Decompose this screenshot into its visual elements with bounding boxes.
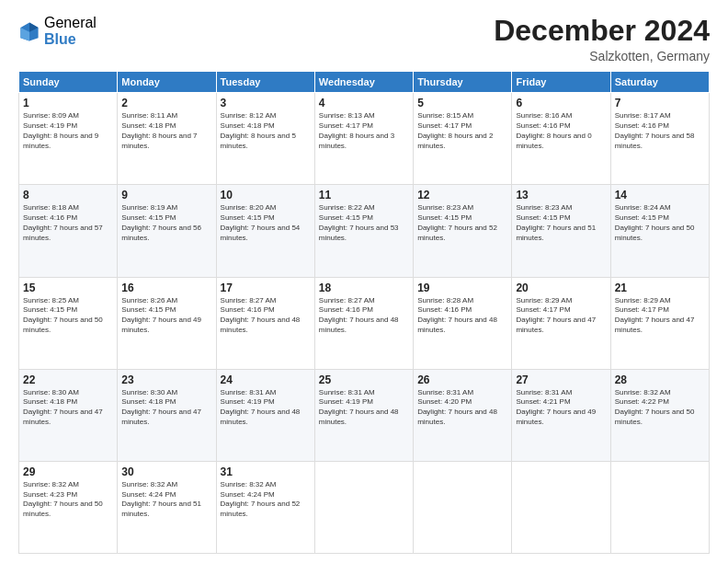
- day-number: 11: [319, 189, 409, 201]
- day-info: Sunrise: 8:09 AMSunset: 4:19 PMDaylight:…: [23, 111, 113, 151]
- day-number: 31: [221, 465, 311, 478]
- day-info: Sunrise: 8:23 AMSunset: 4:15 PMDaylight:…: [417, 203, 507, 243]
- day-number: 4: [319, 97, 409, 109]
- day-cell: 30Sunrise: 8:32 AMSunset: 4:24 PMDayligh…: [118, 461, 216, 553]
- day-cell: 19Sunrise: 8:28 AMSunset: 4:16 PMDayligh…: [414, 277, 512, 369]
- day-cell: 4Sunrise: 8:13 AMSunset: 4:17 PMDaylight…: [314, 93, 413, 185]
- day-number: 26: [417, 373, 507, 386]
- day-number: 21: [615, 282, 705, 294]
- day-number: 6: [516, 97, 606, 109]
- day-cell: 31Sunrise: 8:32 AMSunset: 4:24 PMDayligh…: [216, 461, 314, 553]
- day-number: 14: [615, 189, 705, 201]
- day-cell: 26Sunrise: 8:31 AMSunset: 4:20 PMDayligh…: [414, 369, 512, 461]
- day-info: Sunrise: 8:31 AMSunset: 4:19 PMDaylight:…: [319, 388, 409, 428]
- day-info: Sunrise: 8:17 AMSunset: 4:16 PMDaylight:…: [615, 111, 705, 151]
- day-number: 5: [417, 97, 507, 109]
- day-number: 23: [121, 373, 211, 386]
- day-info: Sunrise: 8:20 AMSunset: 4:15 PMDaylight:…: [221, 203, 311, 243]
- day-number: 19: [417, 282, 507, 294]
- day-info: Sunrise: 8:29 AMSunset: 4:17 PMDaylight:…: [516, 296, 606, 336]
- day-cell: 16Sunrise: 8:26 AMSunset: 4:15 PMDayligh…: [118, 277, 216, 369]
- day-info: Sunrise: 8:24 AMSunset: 4:15 PMDaylight:…: [615, 203, 705, 243]
- day-cell: 25Sunrise: 8:31 AMSunset: 4:19 PMDayligh…: [314, 369, 413, 461]
- page: General Blue December 2024 Salzkotten, G…: [0, 0, 728, 563]
- day-number: 7: [615, 97, 705, 109]
- weekday-header-wednesday: Wednesday: [314, 72, 413, 93]
- day-number: 12: [417, 189, 507, 201]
- day-info: Sunrise: 8:26 AMSunset: 4:15 PMDaylight:…: [121, 296, 211, 336]
- day-cell: [414, 461, 512, 553]
- day-info: Sunrise: 8:13 AMSunset: 4:17 PMDaylight:…: [319, 111, 409, 151]
- title-block: December 2024 Salzkotten, Germany: [494, 15, 710, 63]
- day-cell: 22Sunrise: 8:30 AMSunset: 4:18 PMDayligh…: [19, 369, 118, 461]
- week-row-3: 15Sunrise: 8:25 AMSunset: 4:15 PMDayligh…: [19, 277, 710, 369]
- day-info: Sunrise: 8:32 AMSunset: 4:23 PMDaylight:…: [23, 480, 113, 520]
- day-cell: 6Sunrise: 8:16 AMSunset: 4:16 PMDaylight…: [512, 93, 610, 185]
- day-info: Sunrise: 8:15 AMSunset: 4:17 PMDaylight:…: [417, 111, 507, 151]
- day-cell: 15Sunrise: 8:25 AMSunset: 4:15 PMDayligh…: [19, 277, 118, 369]
- day-cell: 9Sunrise: 8:19 AMSunset: 4:15 PMDaylight…: [118, 185, 216, 277]
- day-info: Sunrise: 8:22 AMSunset: 4:15 PMDaylight:…: [319, 203, 409, 243]
- day-cell: 8Sunrise: 8:18 AMSunset: 4:16 PMDaylight…: [19, 185, 118, 277]
- day-info: Sunrise: 8:29 AMSunset: 4:17 PMDaylight:…: [615, 296, 705, 336]
- day-number: 1: [23, 97, 113, 109]
- day-cell: 12Sunrise: 8:23 AMSunset: 4:15 PMDayligh…: [414, 185, 512, 277]
- day-number: 24: [221, 373, 311, 386]
- week-row-5: 29Sunrise: 8:32 AMSunset: 4:23 PMDayligh…: [19, 461, 710, 553]
- day-number: 22: [23, 373, 113, 386]
- month-title: December 2024: [494, 15, 710, 47]
- day-info: Sunrise: 8:27 AMSunset: 4:16 PMDaylight:…: [319, 296, 409, 336]
- day-number: 16: [121, 282, 211, 294]
- logo-blue: Blue: [44, 31, 97, 48]
- day-cell: 28Sunrise: 8:32 AMSunset: 4:22 PMDayligh…: [610, 369, 709, 461]
- calendar-table: SundayMondayTuesdayWednesdayThursdayFrid…: [18, 71, 710, 554]
- day-cell: [314, 461, 413, 553]
- day-number: 17: [221, 282, 311, 294]
- day-number: 28: [615, 373, 705, 386]
- day-info: Sunrise: 8:12 AMSunset: 4:18 PMDaylight:…: [221, 111, 311, 151]
- day-cell: 17Sunrise: 8:27 AMSunset: 4:16 PMDayligh…: [216, 277, 314, 369]
- day-info: Sunrise: 8:30 AMSunset: 4:18 PMDaylight:…: [121, 388, 211, 428]
- day-cell: 27Sunrise: 8:31 AMSunset: 4:21 PMDayligh…: [512, 369, 610, 461]
- weekday-header-monday: Monday: [118, 72, 216, 93]
- day-number: 27: [516, 373, 606, 386]
- day-info: Sunrise: 8:32 AMSunset: 4:24 PMDaylight:…: [221, 480, 311, 520]
- week-row-2: 8Sunrise: 8:18 AMSunset: 4:16 PMDaylight…: [19, 185, 710, 277]
- logo-text: General Blue: [44, 15, 97, 47]
- day-info: Sunrise: 8:25 AMSunset: 4:15 PMDaylight:…: [23, 296, 113, 336]
- day-number: 9: [121, 189, 211, 201]
- day-cell: 21Sunrise: 8:29 AMSunset: 4:17 PMDayligh…: [610, 277, 709, 369]
- day-number: 18: [319, 282, 409, 294]
- day-info: Sunrise: 8:23 AMSunset: 4:15 PMDaylight:…: [516, 203, 606, 243]
- day-number: 2: [121, 97, 211, 109]
- day-info: Sunrise: 8:30 AMSunset: 4:18 PMDaylight:…: [23, 388, 113, 428]
- day-info: Sunrise: 8:28 AMSunset: 4:16 PMDaylight:…: [417, 296, 507, 336]
- weekday-header-sunday: Sunday: [19, 72, 118, 93]
- day-number: 10: [221, 189, 311, 201]
- day-cell: 10Sunrise: 8:20 AMSunset: 4:15 PMDayligh…: [216, 185, 314, 277]
- day-cell: 11Sunrise: 8:22 AMSunset: 4:15 PMDayligh…: [314, 185, 413, 277]
- week-row-1: 1Sunrise: 8:09 AMSunset: 4:19 PMDaylight…: [19, 93, 710, 185]
- day-cell: 5Sunrise: 8:15 AMSunset: 4:17 PMDaylight…: [414, 93, 512, 185]
- weekday-header-thursday: Thursday: [414, 72, 512, 93]
- logo-general: General: [44, 15, 97, 31]
- day-number: 13: [516, 189, 606, 201]
- week-row-4: 22Sunrise: 8:30 AMSunset: 4:18 PMDayligh…: [19, 369, 710, 461]
- weekday-header-tuesday: Tuesday: [216, 72, 314, 93]
- day-cell: 2Sunrise: 8:11 AMSunset: 4:18 PMDaylight…: [118, 93, 216, 185]
- day-cell: 20Sunrise: 8:29 AMSunset: 4:17 PMDayligh…: [512, 277, 610, 369]
- day-info: Sunrise: 8:32 AMSunset: 4:22 PMDaylight:…: [615, 388, 705, 428]
- day-info: Sunrise: 8:31 AMSunset: 4:19 PMDaylight:…: [221, 388, 311, 428]
- logo-icon: [18, 20, 40, 42]
- day-info: Sunrise: 8:11 AMSunset: 4:18 PMDaylight:…: [121, 111, 211, 151]
- day-info: Sunrise: 8:19 AMSunset: 4:15 PMDaylight:…: [121, 203, 211, 243]
- location-subtitle: Salzkotten, Germany: [494, 49, 710, 63]
- day-info: Sunrise: 8:32 AMSunset: 4:24 PMDaylight:…: [121, 480, 211, 520]
- header: General Blue December 2024 Salzkotten, G…: [18, 15, 710, 63]
- day-cell: 18Sunrise: 8:27 AMSunset: 4:16 PMDayligh…: [314, 277, 413, 369]
- day-cell: 7Sunrise: 8:17 AMSunset: 4:16 PMDaylight…: [610, 93, 709, 185]
- day-number: 20: [516, 282, 606, 294]
- day-cell: 13Sunrise: 8:23 AMSunset: 4:15 PMDayligh…: [512, 185, 610, 277]
- day-number: 3: [221, 97, 311, 109]
- day-info: Sunrise: 8:16 AMSunset: 4:16 PMDaylight:…: [516, 111, 606, 151]
